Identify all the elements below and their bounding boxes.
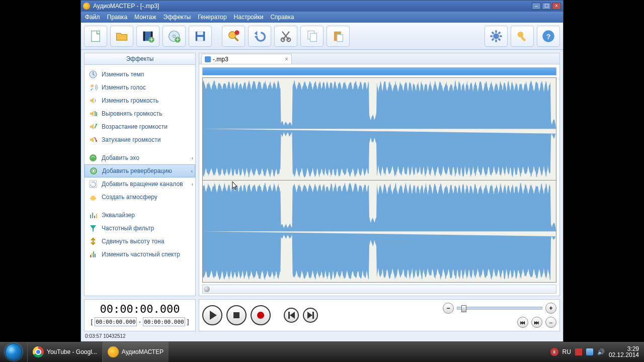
svg-point-14 xyxy=(234,30,239,35)
fx-item[interactable]: Добавить вращение каналов‹ xyxy=(85,177,195,191)
fx-item[interactable]: Частотный фильтр xyxy=(85,222,195,235)
time-display: 00:00:00.000 xyxy=(100,303,180,315)
fx-item[interactable]: Изменить громкость xyxy=(85,94,195,107)
spectrum-icon xyxy=(89,250,98,259)
taskbar-item[interactable]: YouTube - Googl... xyxy=(27,342,102,362)
tray-clock[interactable]: 3:29 02.12.2014 xyxy=(609,346,639,358)
next-button[interactable] xyxy=(303,308,318,323)
fx-item[interactable]: Добавить реверберацию‹ xyxy=(85,164,195,177)
register-button[interactable] xyxy=(511,26,534,47)
app-icon xyxy=(108,346,119,357)
fx-label: Эквалайзер xyxy=(102,212,135,219)
file-tab-label: -.mp3 xyxy=(213,56,228,63)
close-button[interactable]: × xyxy=(552,3,561,10)
play-button[interactable] xyxy=(202,305,222,325)
fx-item[interactable]: Затухание громкости xyxy=(85,133,195,146)
selection-end-input[interactable] xyxy=(143,317,185,326)
prev-button[interactable] xyxy=(284,308,299,323)
voice-icon xyxy=(89,83,98,92)
tray-lang-icon[interactable]: RU xyxy=(562,348,571,355)
menu-edit[interactable]: Правка xyxy=(107,14,128,21)
tab-close-button[interactable]: × xyxy=(285,56,288,63)
svg-point-33 xyxy=(93,170,95,172)
taskbar-label: АудиоМАСТЕР xyxy=(122,348,164,355)
tray-volume-icon[interactable]: 🔊 xyxy=(597,348,605,355)
zoom-handle[interactable] xyxy=(461,305,466,312)
file-icon xyxy=(205,56,211,62)
selection-start-input[interactable] xyxy=(95,317,137,326)
svg-point-30 xyxy=(90,154,97,161)
waveform-right[interactable] xyxy=(203,180,556,283)
tray-media-icon[interactable]: ⏸ xyxy=(550,348,558,356)
open-button[interactable] xyxy=(110,26,133,47)
undo-button[interactable] xyxy=(248,26,271,47)
file-tab[interactable]: -.mp3 × xyxy=(201,54,292,64)
menu-file[interactable]: Файл xyxy=(85,14,100,21)
fx-item[interactable]: Изменить частотный спектр xyxy=(85,248,195,261)
save-button[interactable] xyxy=(189,26,212,47)
menu-help[interactable]: Справка xyxy=(270,14,294,21)
svg-rect-38 xyxy=(94,216,95,218)
fx-label: Изменить голос xyxy=(102,84,146,91)
zoom-in-button[interactable]: + xyxy=(545,303,556,314)
fx-item[interactable]: Создать атмосферу xyxy=(85,191,195,204)
fx-item[interactable]: Изменить голос xyxy=(85,81,195,94)
help-button[interactable]: ? xyxy=(537,26,560,47)
vol-dn-icon xyxy=(89,135,98,144)
waveform-left[interactable] xyxy=(203,78,556,180)
toolbar: + + ? xyxy=(81,23,563,50)
settings-button[interactable] xyxy=(485,26,508,47)
fx-label: Затухание громкости xyxy=(102,136,160,143)
tray-network-icon[interactable] xyxy=(586,348,593,355)
import-cd-button[interactable]: + xyxy=(163,26,186,47)
goto-start-button[interactable]: ⏮ xyxy=(517,317,528,328)
vol-icon xyxy=(89,96,98,105)
svg-text:?: ? xyxy=(546,32,551,40)
maximize-button[interactable]: ☐ xyxy=(542,3,551,10)
tabs: -.mp3 × xyxy=(199,53,559,64)
scrub-bar[interactable] xyxy=(202,285,556,294)
svg-rect-2 xyxy=(143,31,145,41)
cut-button[interactable] xyxy=(274,26,297,47)
menu-montage[interactable]: Монтаж xyxy=(134,14,156,21)
new-button[interactable] xyxy=(84,26,107,47)
menu-generator[interactable]: Генератор xyxy=(198,14,226,21)
start-orb-icon xyxy=(5,343,22,360)
titlebar: АудиоМАСТЕР - [-.mp3] – ☐ × xyxy=(81,1,563,12)
svg-rect-12 xyxy=(197,37,203,41)
menu-settings[interactable]: Настройки xyxy=(234,14,264,21)
zoom-out-button[interactable]: − xyxy=(443,303,454,314)
fx-item[interactable]: Изменить темп xyxy=(85,68,195,81)
fx-label: Изменить темп xyxy=(102,71,144,78)
start-button[interactable] xyxy=(0,342,27,362)
sidebar-title: Эффекты xyxy=(84,53,196,65)
rec-button[interactable] xyxy=(251,305,271,325)
scrub-handle[interactable] xyxy=(204,286,210,292)
svg-rect-29 xyxy=(96,112,97,116)
svg-rect-41 xyxy=(92,253,93,257)
fx-item[interactable]: Эквалайзер xyxy=(85,209,195,222)
overview-bar[interactable] xyxy=(202,67,556,75)
import-video-button[interactable]: + xyxy=(136,26,159,47)
fx-label: Создать атмосферу xyxy=(102,194,157,201)
record-button[interactable] xyxy=(222,26,245,47)
goto-end-button[interactable]: ⏭ xyxy=(531,317,542,328)
fit-button[interactable]: ↔ xyxy=(545,317,556,328)
minimize-button[interactable]: – xyxy=(532,3,541,10)
copy-button[interactable] xyxy=(300,26,324,47)
fx-item[interactable]: Выровнять громкость xyxy=(85,107,195,120)
menu-effects[interactable]: Эффекты xyxy=(164,14,191,21)
waveform-area[interactable] xyxy=(202,77,556,283)
paste-button[interactable] xyxy=(327,26,350,47)
zoom-slider[interactable] xyxy=(457,307,542,310)
echo-icon xyxy=(89,153,98,162)
fx-label: Изменить частотный спектр xyxy=(102,251,180,258)
svg-rect-20 xyxy=(337,34,343,41)
tray-flag-icon[interactable] xyxy=(575,348,582,355)
fx-label: Добавить вращение каналов xyxy=(102,180,183,188)
taskbar-item[interactable]: АудиоМАСТЕР xyxy=(102,342,169,362)
stop-button[interactable] xyxy=(226,305,247,325)
fx-item[interactable]: Возрастание громкости xyxy=(85,120,195,133)
fx-item[interactable]: Добавить эхо‹ xyxy=(85,151,195,164)
fx-item[interactable]: Сдвинуть высоту тона xyxy=(85,235,195,248)
